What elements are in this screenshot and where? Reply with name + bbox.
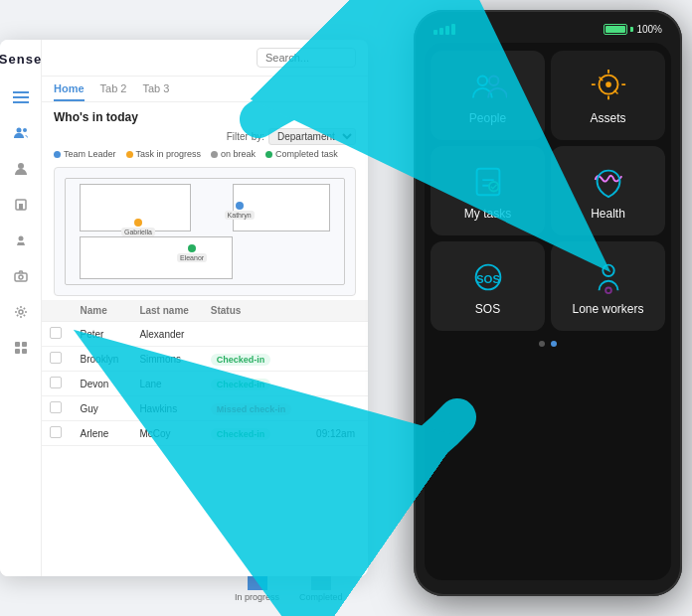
header [42,40,368,77]
svg-rect-2 [13,101,29,103]
table-row: Guy Hawkins Missed check-in [42,396,368,421]
cell-name: Devon [73,372,132,396]
signal-bars [433,24,455,35]
app-tile-tasks[interactable]: My tasks [431,146,545,235]
battery-indicator: 100% [604,24,662,35]
page-dot-2[interactable] [551,341,557,347]
legend-item-break: on break [211,149,256,159]
sidebar: Sense [0,40,42,576]
cell-time [308,347,368,372]
row-checkbox[interactable] [50,327,62,339]
svg-rect-9 [15,273,27,281]
svg-point-25 [606,287,611,293]
person-marker-eleanor: Eleanor [177,244,207,262]
table-wrap: Name Last name Status Peter Alexander [42,300,368,576]
signal-bar-3 [445,26,449,35]
legend-dot-break [211,151,218,158]
svg-rect-7 [19,204,23,210]
sidebar-icon-camera[interactable] [10,265,32,287]
person-label-kathryn: Kathryn [225,211,255,220]
legend-label-task: Task in progress [136,149,202,159]
app-tile-assets[interactable]: Assets [551,51,665,140]
app-tile-people[interactable]: People [431,51,545,140]
svg-point-11 [19,310,23,314]
tab-home[interactable]: Home [54,82,85,101]
legend-item-completed: Completed task [265,149,338,159]
svg-rect-1 [13,96,29,98]
legend: Team Leader Task in progress on break Co… [42,149,368,163]
row-checkbox[interactable] [50,401,62,413]
svg-rect-14 [15,349,20,354]
sidebar-icon-grid[interactable] [10,337,32,359]
app-tile-sos-label: SOS [475,302,500,316]
tabs: Home Tab 2 Tab 3 [42,77,368,102]
table-row: Devon Lane Checked-in [42,372,368,396]
sos-icon: SOS [469,258,507,296]
page-dot-1[interactable] [539,341,545,347]
row-checkbox[interactable] [50,426,62,438]
svg-point-16 [477,77,487,86]
people-icon [469,68,507,105]
status-badge: Missed check-in [211,403,292,415]
status-badge: Checked-in [211,379,271,390]
battery-body [604,24,627,35]
sidebar-icon-access[interactable] [10,230,32,251]
cell-lastname: McCoy [131,421,202,446]
row-checkbox[interactable] [50,352,62,364]
room-3 [80,236,233,278]
battery-fill [606,26,625,33]
sidebar-icon-people[interactable] [10,122,32,144]
section-title: Who's in today [42,102,368,128]
legend-dot-teamleader [54,151,61,158]
tab-3[interactable]: Tab 3 [142,82,169,101]
svg-rect-13 [22,342,27,347]
search-input[interactable] [257,48,356,68]
person-marker-kathryn: Kathryn [225,202,255,220]
health-icon [590,163,627,201]
col-status: Status [203,300,308,322]
people-table: Name Last name Status Peter Alexander [42,300,368,446]
filter-select[interactable]: Departament [268,128,356,145]
sidebar-icon-gear[interactable] [10,301,32,323]
person-dot-kathryn [236,202,244,210]
svg-rect-0 [13,91,29,93]
app-tile-lone-workers[interactable]: Lone workers [551,241,665,331]
svg-point-24 [603,265,613,276]
chart-label-completed: Completed [299,592,343,602]
svg-text:SOS: SOS [475,273,499,285]
tab-2[interactable]: Tab 2 [100,82,127,101]
signal-bar-4 [451,24,455,35]
legend-dot-task [126,151,133,158]
cell-lastname: Hawkins [131,396,202,421]
device-top-bar: 100% [424,24,672,35]
sidebar-icon-person[interactable] [10,158,32,180]
filter-label: Filter by: [227,131,264,142]
cell-lastname: Simmons [131,347,202,372]
cell-status [203,322,308,347]
app-tile-sos[interactable]: SOS SOS [431,241,545,331]
cell-time: 09:12am [308,421,368,446]
svg-point-10 [19,275,23,279]
svg-point-5 [18,163,24,169]
svg-rect-15 [22,349,27,354]
table-row: Brooklyn Simmons Checked-in [42,347,368,372]
row-checkbox[interactable] [50,377,62,388]
legend-item-teamleader: Team Leader [54,149,116,159]
person-dot-gabriella [134,219,142,227]
svg-point-17 [488,77,498,86]
person-dot-eleanor [188,244,196,252]
legend-dot-completed [265,151,272,158]
person-marker-gabriella: Gabriella [121,219,155,236]
svg-point-4 [23,128,27,132]
web-panel: Sense Home Ta [0,40,368,576]
chart-label-inprogress: In progress [235,592,279,602]
legend-label-break: on break [221,149,256,159]
cell-status: Checked-in [203,347,308,372]
sidebar-icon-building[interactable] [10,194,32,216]
col-checkbox [42,300,73,322]
svg-point-19 [606,81,611,87]
sidebar-icon-menu[interactable] [10,86,32,108]
app-tile-health[interactable]: Health [551,146,665,235]
floor-plan-inner: Gabriella Kathryn Eleanor [65,178,345,285]
app-tile-assets-label: Assets [590,111,625,125]
